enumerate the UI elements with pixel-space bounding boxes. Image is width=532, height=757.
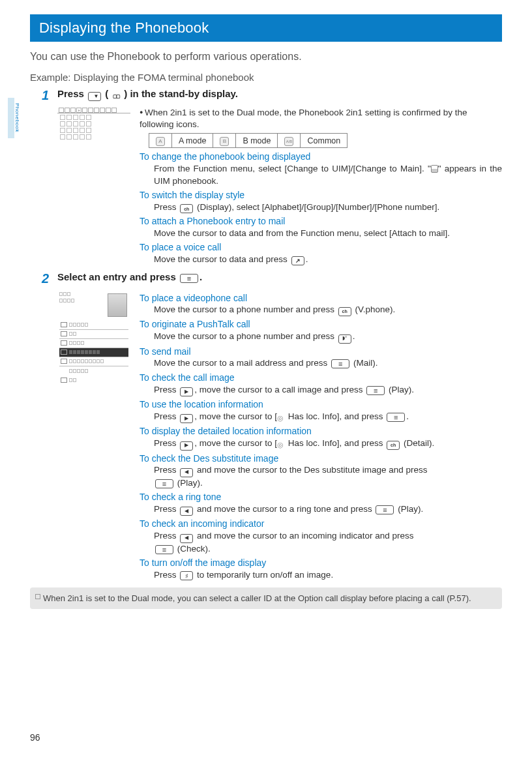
- s1-item1-title: To switch the display style: [140, 189, 502, 201]
- step-2-heading-before: Select an entry and press: [57, 271, 179, 282]
- left-key-icon: [180, 507, 193, 516]
- s2-item0-body: Move the cursor to a phone number and pr…: [154, 304, 502, 316]
- ch-key-icon: [180, 204, 193, 213]
- down-key-icon: [88, 92, 101, 101]
- s2-item8-after: (Check).: [175, 544, 211, 554]
- s2-item3-mid: , move the cursor to a call image and pr…: [194, 385, 365, 394]
- location-icon: [277, 412, 286, 421]
- s2-item0-t1: Move the cursor to a phone number and pr…: [154, 304, 337, 314]
- menu-key-icon: [331, 359, 349, 368]
- menu-key-icon: [366, 386, 385, 395]
- s1-item1-before: Press: [154, 202, 179, 212]
- s1-item3-before: Move the cursor to data and press: [154, 254, 290, 264]
- s1-item2-title: To attach a Phonebook entry to mail: [140, 215, 502, 228]
- s2-item4-t1: Press: [154, 411, 179, 421]
- b-mode-icon: B: [220, 137, 229, 146]
- b-mode-label: B mode: [236, 134, 278, 148]
- step-1-body: ▸ When 2in1 is set to the Dual mode, the…: [57, 107, 502, 266]
- s2-item2-t1: Move the cursor to a mail address and pr…: [154, 358, 330, 368]
- s1-item3-body: Move the cursor to data and press .: [154, 254, 502, 265]
- s1-item3-title: To place a voice call: [140, 241, 502, 254]
- left-key-icon: [180, 468, 193, 477]
- s2-item8-mid: and move the cursor to an incoming indic…: [194, 531, 413, 541]
- s1-item0-title: To change the phonebook being displayed: [140, 151, 502, 163]
- s2-item5-mid: , move the cursor to [: [194, 438, 277, 448]
- right-key-icon: [180, 414, 193, 423]
- s1-item1-body: Press (Display), select [Alphabet]/[Grou…: [154, 201, 502, 214]
- phone-mock-list: ▸: [57, 107, 130, 151]
- left-key-icon: [180, 534, 193, 543]
- step-1-heading-paren: (: [102, 88, 108, 99]
- s2-item4-loc: Has loc. Info], and press: [286, 411, 385, 421]
- s2-item7-mid: and move the cursor to a ring tone and p…: [194, 504, 374, 514]
- right-key-icon: [180, 441, 193, 451]
- section-banner: Displaying the Phonebook: [30, 14, 502, 42]
- s2-item1-title: To originate a PushTalk call: [140, 318, 502, 331]
- menu-key-icon: [387, 413, 405, 422]
- ptt-key-icon: [338, 334, 351, 344]
- location-icon: [277, 439, 286, 447]
- s2-item5-loc: Has loc. Info], and press: [286, 438, 385, 448]
- common-mode-label: Common: [301, 134, 347, 148]
- s2-item0-after: (V.phone).: [353, 304, 396, 314]
- s2-item6-after: (Play).: [175, 478, 203, 488]
- contact-photo-icon: [108, 293, 127, 317]
- note-text: When 2in1 is set to the Dual mode, you c…: [43, 593, 471, 603]
- menu-key-icon: [155, 545, 173, 554]
- sidebar-section-label: Phonebook: [14, 103, 20, 132]
- s2-item2-body: Move the cursor to a mail address and pr…: [154, 357, 502, 369]
- s2-item5-t1: Press: [154, 438, 179, 448]
- s2-item7-after: (Play).: [395, 504, 423, 514]
- menu-key-icon: [376, 505, 394, 514]
- s2-item6-t1: Press: [154, 465, 179, 475]
- right-key-icon: [180, 387, 193, 396]
- step-1-heading: Press () in the stand-by display.: [57, 88, 238, 101]
- ch-key-icon: [387, 441, 400, 450]
- call-key-icon: [291, 256, 304, 265]
- step-2-heading: Select an entry and press .: [57, 271, 202, 283]
- s2-item3-title: To check the call image: [140, 372, 502, 384]
- s2-item7-title: To check a ring tone: [140, 491, 502, 503]
- s2-item2-after: (Mail).: [351, 358, 377, 368]
- s2-item0-title: To place a videophone call: [140, 292, 502, 304]
- menu-key-icon: [180, 274, 198, 283]
- phone-mock-detail: [57, 290, 130, 434]
- s2-item1-t1: Move the cursor to a phone number and pr…: [154, 331, 337, 341]
- ch-key-icon: [338, 307, 351, 316]
- step-1-heading-before: Press: [57, 88, 87, 99]
- s2-item1-after: .: [353, 331, 355, 341]
- s2-item9-t1: Press: [154, 570, 179, 580]
- s2-item8-body: Press and move the cursor to an incoming…: [154, 530, 502, 555]
- step-2-content: To place a videophone callMove the curso…: [140, 290, 502, 581]
- s2-item5-title: To display the detailed location informa…: [140, 425, 502, 438]
- a-mode-icon: A: [156, 137, 165, 146]
- step-2: 2 Select an entry and press .: [42, 271, 502, 286]
- s2-item6-mid: and move the cursor to the Des substitut…: [194, 465, 427, 475]
- step-1-heading-after: ) in the stand-by display.: [124, 88, 238, 99]
- step-1-number: 1: [42, 88, 57, 103]
- page: Phonebook Displaying the Phonebook You c…: [0, 0, 532, 757]
- s2-item4-mid: , move the cursor to [: [194, 411, 277, 421]
- s2-item3-after: (Play).: [386, 385, 414, 394]
- s1-item0-body: From the Function menu, select [Change t…: [154, 163, 502, 186]
- common-mode-icon: A/B: [284, 137, 293, 146]
- s1-item3-after: .: [306, 254, 308, 264]
- s1-item0-before: From the Function menu, select [Change t…: [154, 164, 431, 173]
- s2-item4-body: Press , move the cursor to [ Has loc. In…: [154, 411, 502, 423]
- s2-item6-body: Press and move the cursor to the Des sub…: [154, 464, 502, 489]
- a-mode-label: A mode: [172, 134, 213, 148]
- menu-key-icon: [155, 479, 173, 488]
- hash-key-icon: [180, 571, 193, 580]
- sidebar-tab: [8, 98, 14, 138]
- mode-table: A A mode B B mode A/B Common: [149, 133, 347, 148]
- step-2-body: To place a videophone callMove the curso…: [57, 290, 502, 581]
- s2-item9-after: to temporarily turn on/off an image.: [194, 570, 333, 580]
- s1-item1-after: (Display), select [Alphabet]/[Group]/[Nu…: [194, 202, 439, 212]
- s2-item4-after: .: [406, 411, 409, 421]
- s2-item4-title: To use the location information: [140, 398, 502, 411]
- s2-item5-body: Press , move the cursor to [ Has loc. In…: [154, 438, 502, 450]
- page-number: 96: [30, 732, 40, 743]
- s2-item7-body: Press and move the cursor to a ring tone…: [154, 503, 502, 516]
- s2-item2-title: To send mail: [140, 346, 502, 358]
- intro-text: You can use the Phonebook to perform var…: [30, 51, 502, 63]
